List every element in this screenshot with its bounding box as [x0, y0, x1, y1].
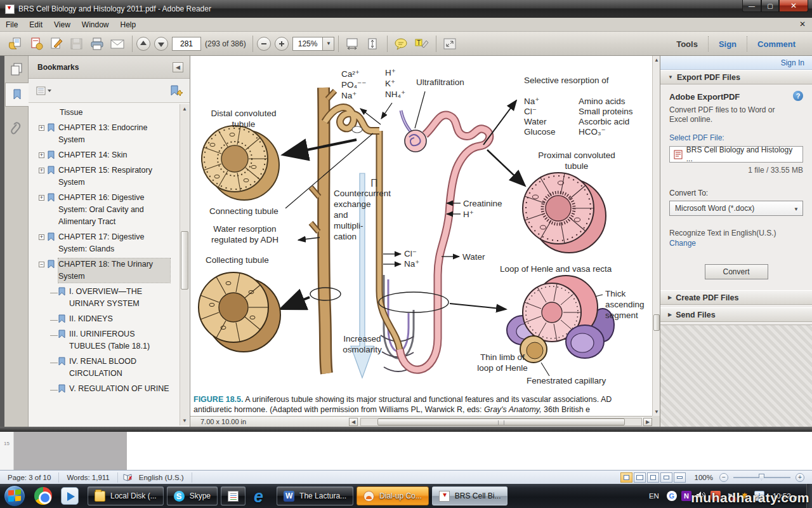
taskbar-text-document[interactable]	[221, 486, 246, 505]
bookmark-item[interactable]: I. OVERVIEW—THE URINARY SYSTEM	[39, 286, 180, 310]
zoom-in-button[interactable]	[275, 37, 289, 51]
bookmark-item[interactable]: + CHAPTER 16: Digestive System: Oral Cav…	[39, 192, 180, 228]
zoom-slider-thumb[interactable]	[759, 474, 764, 481]
bookmark-label[interactable]: Tissue	[60, 107, 171, 119]
export-pdf-section-header[interactable]: ▼ Export PDF Files	[660, 70, 812, 84]
word-word-count[interactable]: Words: 1,911	[64, 474, 112, 481]
fit-page-button[interactable]	[363, 34, 382, 53]
bookmark-options-icon[interactable]	[36, 86, 53, 96]
bookmark-label[interactable]: CHAPTER 15: Respiratory System	[58, 164, 170, 189]
menu-help[interactable]: Help	[115, 18, 142, 31]
send-files-section-header[interactable]: ▶ Send Files	[660, 307, 812, 322]
attachments-button[interactable]	[6, 116, 27, 140]
bookmark-label[interactable]: CHAPTER 14: Skin	[58, 149, 170, 161]
fullscreen-button[interactable]	[440, 34, 459, 53]
spellcheck-icon[interactable]: ✗	[123, 472, 133, 482]
scroll-right-icon[interactable]: ▶	[643, 418, 652, 426]
scroll-up-icon[interactable]: ▲	[181, 105, 188, 113]
media-player-icon[interactable]	[61, 487, 79, 505]
bookmark-item[interactable]: + CHAPTER 13: Endocrine System	[39, 122, 180, 146]
bookmarks-scrollbar[interactable]: ▲ ▼	[180, 104, 189, 425]
expand-plus-icon[interactable]: +	[39, 125, 44, 131]
taskbar-word-document[interactable]: W The Lactura...	[277, 486, 353, 505]
pdf-page[interactable]: Ca²⁺ PO₄⁻⁻ Na⁺ H⁺ K⁺ NH₄⁺ Ultrafiltratio…	[190, 56, 652, 416]
maximize-button[interactable]: ▢	[761, 0, 779, 12]
word-zoom-slider[interactable]	[733, 477, 790, 478]
bookmark-label[interactable]: CHAPTER 17: Digestive System: Glands	[58, 231, 170, 255]
close-document-icon[interactable]: ✕	[799, 20, 806, 29]
bookmark-label[interactable]: V. REGULATION OF URINE	[69, 383, 169, 395]
bookmark-item-selected[interactable]: − CHAPTER 18: The Urinary System	[39, 258, 180, 283]
bookmark-item[interactable]: II. KIDNEYS	[39, 313, 180, 325]
word-window-behind[interactable]: 15	[0, 432, 812, 470]
expand-plus-icon[interactable]: +	[39, 195, 44, 201]
next-page-button[interactable]	[154, 37, 168, 51]
email-button[interactable]	[108, 34, 127, 53]
horizontal-scrollbar-thumb[interactable]	[377, 418, 625, 425]
new-bookmark-icon[interactable]	[169, 85, 183, 97]
bookmark-label[interactable]: CHAPTER 16: Digestive System: Oral Cavit…	[58, 192, 170, 228]
word-zoom-level[interactable]: 100%	[695, 474, 713, 481]
change-link[interactable]: Change	[669, 239, 803, 248]
page-number-input[interactable]	[172, 37, 201, 51]
bookmark-item[interactable]: V. REGULATION OF URINE	[39, 383, 180, 395]
tools-tab[interactable]: Tools	[666, 39, 708, 49]
bookmark-label[interactable]: IV. RENAL BLOOD CIRCULATION	[69, 356, 169, 380]
print-button[interactable]	[88, 34, 107, 53]
bookmark-item[interactable]: + CHAPTER 15: Respiratory System	[39, 164, 180, 189]
convert-button[interactable]: Convert	[705, 264, 768, 279]
sign-tab[interactable]: Sign	[709, 39, 747, 49]
title-bar[interactable]: BRS Cell Biology and Histology 2011.pdf …	[0, 0, 812, 18]
zoom-dropdown-icon[interactable]: ▼	[322, 37, 334, 50]
collapse-panel-button[interactable]: ◀	[173, 62, 183, 72]
bookmark-label[interactable]: CHAPTER 13: Endocrine System	[58, 122, 170, 146]
chrome-icon[interactable]	[34, 487, 52, 505]
start-button[interactable]	[4, 485, 25, 507]
highlight-text-button[interactable]: T	[412, 34, 431, 53]
taskbar-skype[interactable]: S Skype	[167, 486, 218, 505]
web-layout-view-button[interactable]	[647, 472, 659, 483]
comment-bubble-button[interactable]	[391, 34, 410, 53]
menu-edit[interactable]: Edit	[23, 18, 48, 31]
expand-plus-icon[interactable]: +	[39, 234, 44, 240]
taskbar-dialup-connection[interactable]: Dial-up Co...	[357, 486, 429, 505]
menu-view[interactable]: View	[48, 18, 76, 31]
menu-file[interactable]: File	[0, 18, 23, 31]
word-page-indicator[interactable]: Page: 3 of 10	[5, 474, 53, 481]
scroll-left-icon[interactable]: ◀	[349, 418, 358, 426]
comment-tab[interactable]: Comment	[747, 39, 806, 49]
fit-width-button[interactable]	[343, 34, 362, 53]
save-button[interactable]	[67, 34, 86, 53]
bookmark-item[interactable]: + CHAPTER 14: Skin	[39, 149, 180, 161]
expand-plus-icon[interactable]: +	[39, 168, 44, 173]
minimize-button[interactable]: —	[742, 0, 761, 12]
bookmark-item[interactable]: IV. RENAL BLOOD CIRCULATION	[39, 356, 180, 380]
bookmark-item[interactable]: + CHAPTER 17: Digestive System: Glands	[39, 231, 180, 255]
taskbar-adobe-reader-active[interactable]: BRS Cell Bi...	[432, 486, 508, 505]
previous-page-button[interactable]	[136, 37, 150, 51]
bookmark-item[interactable]: III. URINIFEROUS TUBULES (Table 18.1)	[39, 328, 180, 352]
onenote-icon[interactable]: N	[681, 491, 691, 501]
help-icon[interactable]: ?	[793, 91, 803, 101]
word-zoom-in-button[interactable]: +	[796, 473, 804, 482]
expand-plus-icon[interactable]: +	[39, 152, 44, 158]
horizontal-scrollbar[interactable]	[360, 418, 642, 426]
vertical-scrollbar[interactable]: ▲ ▼	[652, 56, 660, 416]
scroll-down-icon[interactable]: ▼	[181, 417, 188, 425]
draft-view-button[interactable]	[674, 472, 686, 483]
google-talk-icon[interactable]: G	[667, 491, 677, 501]
scrollbar-thumb[interactable]	[181, 231, 188, 290]
create-pdf-button[interactable]	[27, 34, 46, 53]
vertical-scrollbar-thumb[interactable]	[653, 314, 660, 331]
zoom-out-button[interactable]	[257, 37, 271, 51]
bookmark-label[interactable]: I. OVERVIEW—THE URINARY SYSTEM	[69, 286, 169, 310]
bookmark-label[interactable]: III. URINIFEROUS TUBULES (Table 18.1)	[69, 328, 169, 352]
sign-in-link[interactable]: Sign In	[660, 56, 812, 70]
close-button[interactable]: ✕	[779, 0, 808, 12]
bookmarks-tab-button[interactable]	[5, 83, 29, 107]
page-thumbnails-button[interactable]	[6, 57, 27, 81]
bookmark-item[interactable]: Tissue	[39, 107, 180, 119]
fullscreen-reading-view-button[interactable]	[634, 472, 646, 483]
taskbar-local-disk[interactable]: Local Disk (...	[88, 486, 164, 505]
selected-file-box[interactable]: BRS Cell Biology and Histology ...	[669, 146, 803, 163]
